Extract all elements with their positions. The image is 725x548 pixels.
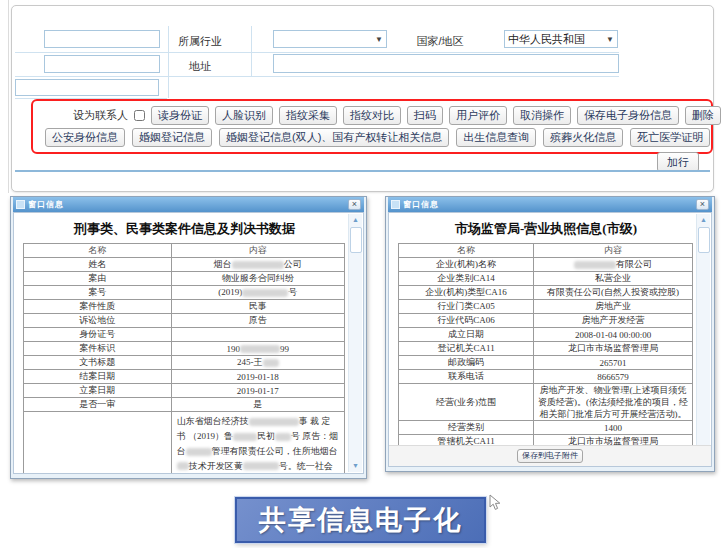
toolbar-button[interactable]: 保存电子身份信息 — [577, 106, 679, 125]
scroll-down-icon[interactable]: ▼ — [349, 460, 362, 472]
table-row: 案由物业服务合同纠纷 — [24, 272, 345, 286]
table-row: 结案日期2019-01-18 — [24, 370, 345, 384]
cell-value: 19099 — [171, 342, 344, 356]
chevron-down-icon: ▼ — [375, 35, 383, 44]
cell-value: 原告 — [171, 314, 344, 328]
scrollbar-thumb[interactable] — [350, 227, 362, 253]
column-header: 内容 — [534, 244, 693, 258]
toolbar-button[interactable]: 婚姻登记信息 — [132, 128, 212, 147]
redacted-text — [243, 462, 279, 470]
table-row: 联系电话8666579 — [399, 370, 693, 384]
toolbar-button[interactable]: 公安身份信息 — [45, 128, 125, 147]
cell-name: 身份证号 — [24, 328, 172, 342]
window-heading: 市场监管局-营业执照信息(市级) — [395, 220, 697, 238]
data-table: 名称 内容 企业(机构)名称有限公司企业类别CA14私营企业企业(机构)类型CA… — [398, 243, 693, 467]
page: 所属行业 ▼ 国家/地区 中华人民共和国 ▼ 地址 设为联系人 读身份证人脸识别… — [0, 0, 725, 548]
window-heading: 刑事类、民事类案件信息及判决书数据 — [20, 220, 349, 238]
toolbar-button[interactable]: 指纹采集 — [279, 106, 337, 125]
industry-select[interactable]: ▼ — [273, 30, 387, 48]
toolbar-button[interactable]: 婚姻登记信息(双人)、国有产权转让相关信息 — [219, 128, 449, 147]
redacted-text — [574, 261, 616, 269]
table-row: 经营类别1400 — [399, 421, 693, 435]
highlighted-toolbar: 设为联系人 读身份证人脸识别指纹采集指纹对比扫码用户评价取消操作保存电子身份信息… — [31, 99, 713, 154]
cell-value: 烟台公司 — [171, 258, 344, 272]
cell-value: 是 — [171, 398, 344, 412]
mouse-cursor-icon — [489, 494, 504, 511]
popup-window-business-license: 窗口信息 × 市场监管局-营业执照信息(市级) 名称 内容 企业(机构)名称有限… — [385, 196, 715, 472]
cell-value: 民事 — [171, 300, 344, 314]
panel-bottom-rule — [15, 170, 710, 172]
cell-name: 登记机关CA11 — [399, 342, 534, 356]
toolbar-button[interactable]: 用户评价 — [449, 106, 507, 125]
toolbar-button[interactable]: 扫码 — [407, 106, 443, 125]
cell-name: 文书标题 — [24, 356, 172, 370]
cell-value: 245-王 — [171, 356, 344, 370]
toolbar-button[interactable]: 读身份证 — [151, 106, 209, 125]
table-row: 企业(机构)名称有限公司 — [399, 258, 693, 272]
cell-value: 龙口市市场监督管理局 — [534, 342, 693, 356]
save-attachment-button[interactable]: 保存到电子附件 — [517, 449, 583, 463]
left-divider — [8, 0, 9, 193]
cell-value: 房地产开发、物业管理(上述项目须凭资质经营)。(依法须经批准的项目，经相关部门批… — [534, 384, 693, 421]
scrollbar-thumb[interactable] — [698, 227, 710, 253]
form-field-1[interactable] — [44, 30, 160, 48]
cell-name: 行业门类CA05 — [399, 300, 534, 314]
cell-value: 山东省烟台经济技事 裁 定 书 （2019）鲁民初号 原告：烟台管理有限责任公司… — [171, 412, 344, 475]
table-row: 是否一审是 — [24, 398, 345, 412]
cell-value: 有限公司 — [534, 258, 693, 272]
toolbar-button[interactable]: 殡葬火化信息 — [543, 128, 623, 147]
redacted-text — [177, 462, 189, 470]
scroll-up-icon[interactable]: ▲ — [349, 214, 362, 226]
cell-value: 房地产业 — [534, 300, 693, 314]
cell-name: 经营类别 — [399, 421, 534, 435]
redacted-text — [232, 261, 284, 269]
table-row: 立案日期2019-01-17 — [24, 384, 345, 398]
redacted-text — [263, 359, 279, 367]
cell-name: 案件标识 — [24, 342, 172, 356]
set-contact-checkbox[interactable] — [134, 110, 145, 121]
cell-name: 立案日期 — [24, 384, 172, 398]
redacted-text — [275, 433, 291, 441]
close-icon[interactable]: × — [696, 199, 709, 210]
cell-value: 2019-01-17 — [171, 384, 344, 398]
form-field-3[interactable] — [15, 79, 159, 96]
cell-value: 2019-01-18 — [171, 370, 344, 384]
cell-value: 私营企业 — [534, 272, 693, 286]
table-header-row: 名称 内容 — [399, 244, 693, 258]
window-body: 刑事类、民事类案件信息及判决书数据 名称 内容 姓名烟台公司案由物业服务合同纠纷… — [13, 212, 364, 474]
scrollbar[interactable]: ▲ ▼ — [348, 214, 362, 472]
country-select[interactable]: 中华人民共和国 ▼ — [504, 30, 618, 48]
toolbar-button[interactable]: 取消操作 — [513, 106, 571, 125]
top-form-panel: 所属行业 ▼ 国家/地区 中华人民共和国 ▼ 地址 设为联系人 读身份证人脸识别… — [11, 5, 714, 192]
window-titlebar-text: 窗口信息 — [28, 199, 64, 210]
table-row: 登记机关CA11龙口市市场监督管理局 — [399, 342, 693, 356]
close-icon[interactable]: × — [348, 199, 361, 210]
popup-window-court-case: 窗口信息 × 刑事类、民事类案件信息及判决书数据 名称 内容 姓名烟台公司案由物… — [10, 196, 367, 479]
address-input[interactable] — [273, 54, 619, 73]
grid-line — [15, 76, 619, 77]
toolbar-button[interactable]: 删除 — [685, 106, 721, 125]
window-icon — [16, 200, 25, 209]
cell-value: 1400 — [534, 421, 693, 435]
table-header-row: 名称 内容 — [24, 244, 345, 258]
scrollbar[interactable]: ▲ ▼ — [696, 214, 710, 465]
industry-label: 所属行业 — [160, 34, 240, 49]
window-body: 市场监管局-营业执照信息(市级) 名称 内容 企业(机构)名称有限公司企业类别C… — [388, 212, 712, 467]
toolbar-button[interactable]: 死亡医学证明 — [630, 128, 710, 147]
table-row: 山东省烟台经济技事 裁 定 书 （2019）鲁民初号 原告：烟台管理有限责任公司… — [24, 412, 345, 475]
shared-info-banner: 共享信息电子化 — [235, 497, 486, 543]
cell-value: 物业服务合同纠纷 — [171, 272, 344, 286]
table-row: 企业类别CA14私营企业 — [399, 272, 693, 286]
toolbar-button[interactable]: 指纹对比 — [343, 106, 401, 125]
scroll-up-icon[interactable]: ▲ — [697, 214, 710, 226]
window-titlebar[interactable]: 窗口信息 × — [388, 197, 712, 212]
table-row: 行业代码CA06房地产开发经营 — [399, 314, 693, 328]
toolbar-button[interactable]: 出生信息查询 — [456, 128, 536, 147]
country-label: 国家/地区 — [400, 34, 480, 49]
add-row-button[interactable]: 加行 — [657, 152, 699, 172]
window-icon — [391, 200, 400, 209]
cell-name: 诉讼地位 — [24, 314, 172, 328]
window-titlebar[interactable]: 窗口信息 × — [13, 197, 364, 212]
form-field-2[interactable] — [44, 55, 160, 73]
toolbar-button[interactable]: 人脸识别 — [215, 106, 273, 125]
